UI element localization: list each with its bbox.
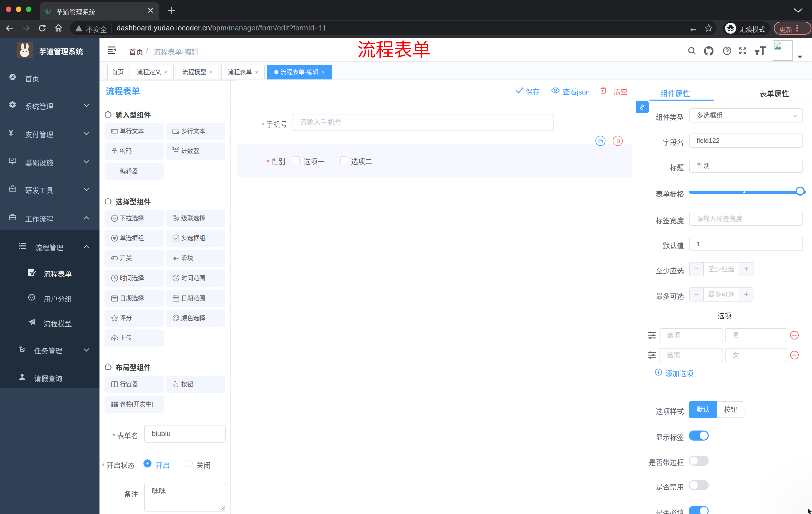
- svg-text:123: 123: [172, 146, 179, 151]
